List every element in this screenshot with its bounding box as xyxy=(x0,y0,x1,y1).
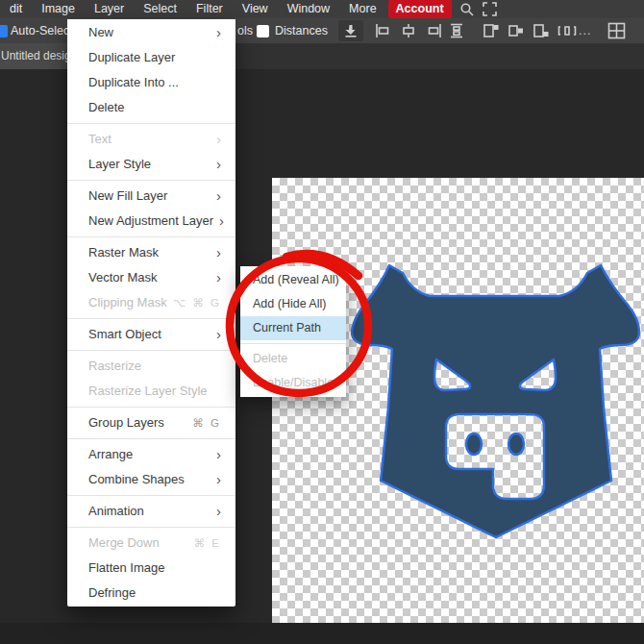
menu-separator xyxy=(67,180,235,181)
shortcut-label: ⌘ E xyxy=(194,531,221,556)
menu-separator xyxy=(67,123,235,124)
layer-menu-item[interactable]: Clipping Mask ⌥ ⌘ G › xyxy=(67,290,235,315)
vector-mask-submenu-item[interactable]: Delete xyxy=(240,347,346,371)
fullscreen-icon[interactable] xyxy=(483,2,497,16)
layer-menu-item[interactable]: Vector Mask › xyxy=(67,265,235,290)
align-right-icon[interactable] xyxy=(427,23,442,38)
layer-menu-item[interactable]: Duplicate Into ... › xyxy=(67,70,235,95)
menubar-item[interactable]: Select xyxy=(134,0,186,18)
transform-controls-partial-label: ols xyxy=(237,18,253,43)
menu-separator xyxy=(67,438,235,439)
submenu-chevron-icon: › xyxy=(216,322,221,347)
menubar-item[interactable]: Layer xyxy=(85,0,134,18)
menubar-item[interactable]: dit xyxy=(0,0,32,18)
layer-menu-item[interactable]: Layer Style › xyxy=(67,152,235,177)
menubar-item[interactable]: Image xyxy=(32,0,85,18)
menubar-item[interactable]: View xyxy=(233,0,278,18)
vector-mask-submenu: Add (Reveal All) Add (Hide All) Current … xyxy=(240,266,346,397)
download-icon xyxy=(344,24,358,37)
vector-mask-submenu-item[interactable]: Enable/Disable xyxy=(240,371,346,395)
layer-menu-item[interactable]: Rasterize Layer Style › xyxy=(67,379,235,404)
vector-mask-submenu-item[interactable]: Add (Reveal All) xyxy=(240,268,346,292)
account-button[interactable]: Account xyxy=(388,0,452,18)
layer-menu-item[interactable]: Duplicate Layer › xyxy=(67,45,235,70)
menubar: ditImageLayerSelectFilterViewWindowMore … xyxy=(0,0,644,18)
submenu-chevron-icon: › xyxy=(216,127,221,152)
menu-separator xyxy=(67,236,235,237)
shortcut-label: ⌥ ⌘ G xyxy=(173,290,221,315)
layer-menu-item[interactable]: New Adjustment Layer › xyxy=(67,209,235,234)
toolbar-more-button[interactable]: ... xyxy=(579,18,591,43)
auto-select-label: Auto-Select xyxy=(11,18,73,43)
menubar-item[interactable]: Window xyxy=(278,0,339,18)
submenu-chevron-icon: › xyxy=(216,20,221,45)
align-bottom-icon[interactable] xyxy=(533,23,550,38)
distances-label: Distances xyxy=(275,18,328,43)
workspace-bottom-strip xyxy=(0,623,644,644)
layer-menu-item[interactable]: Animation › xyxy=(67,499,235,524)
layer-menu-item[interactable]: New › xyxy=(67,20,235,45)
submenu-chevron-icon: › xyxy=(219,209,224,234)
submenu-chevron-icon: › xyxy=(216,240,221,265)
distribute-vertical-icon[interactable] xyxy=(450,23,463,38)
layer-menu-item[interactable]: Arrange › xyxy=(67,442,235,467)
menu-separator xyxy=(67,350,235,351)
distribute-horizontal-icon[interactable] xyxy=(557,23,577,38)
auto-select-checkbox[interactable] xyxy=(0,25,8,37)
menubar-item[interactable]: Filter xyxy=(186,0,233,18)
layer-menu-item[interactable]: Text › xyxy=(67,127,235,152)
layer-menu-item[interactable]: Flatten Image › xyxy=(67,556,235,581)
align-middle-icon[interactable] xyxy=(508,23,525,38)
layer-menu-item[interactable]: Delete › xyxy=(67,95,235,120)
layer-menu-item[interactable]: Smart Object › xyxy=(67,322,235,347)
layer-menu-item[interactable]: Defringe › xyxy=(67,581,235,606)
submenu-chevron-icon: › xyxy=(216,442,221,467)
submenu-chevron-icon: › xyxy=(216,184,221,209)
menu-separator xyxy=(67,495,235,496)
align-center-horizontal-icon[interactable] xyxy=(401,23,416,38)
layer-menu-item[interactable]: Merge Down ⌘ E › xyxy=(67,531,235,556)
shortcut-label: ⌘ G xyxy=(192,410,221,435)
submenu-chevron-icon: › xyxy=(216,467,221,492)
bull-logo-layer xyxy=(351,261,641,540)
menu-separator xyxy=(67,318,235,319)
align-left-icon[interactable] xyxy=(375,23,390,38)
layer-menu-item[interactable]: New Fill Layer › xyxy=(67,184,235,209)
align-top-icon[interactable] xyxy=(483,23,500,38)
menu-separator xyxy=(67,527,235,528)
search-icon[interactable] xyxy=(459,2,475,17)
menu-separator xyxy=(240,343,346,344)
submenu-chevron-icon: › xyxy=(216,499,221,524)
grid-view-icon[interactable] xyxy=(607,22,626,39)
submenu-chevron-icon: › xyxy=(216,265,221,290)
menubar-item[interactable]: More xyxy=(339,0,385,18)
vector-mask-submenu-item[interactable]: Add (Hide All) xyxy=(240,292,346,316)
menu-separator xyxy=(67,407,235,408)
layer-menu-item[interactable]: Raster Mask › xyxy=(67,240,235,265)
layer-menu-dropdown: New › Duplicate Layer › Duplicate Into .… xyxy=(67,19,235,607)
layer-menu-item[interactable]: Combine Shapes › xyxy=(67,467,235,492)
layer-menu-item[interactable]: Group Layers ⌘ G › xyxy=(67,410,235,435)
download-button[interactable] xyxy=(338,20,363,41)
layer-menu-item[interactable]: Rasterize › xyxy=(67,354,235,379)
vector-mask-submenu-item[interactable]: Current Path xyxy=(240,316,346,340)
distances-checkbox[interactable] xyxy=(257,25,269,37)
submenu-chevron-icon: › xyxy=(216,152,221,177)
